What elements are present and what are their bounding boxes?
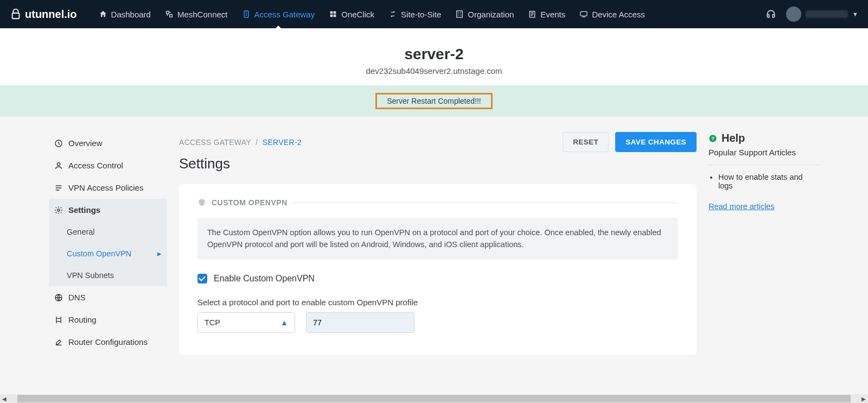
svg-rect-4: [330, 11, 333, 14]
oneclick-icon: [329, 10, 337, 18]
svg-rect-1: [167, 11, 169, 14]
nav-right: ▼: [765, 7, 858, 22]
info-box: The Custom OpenVPN option allows you to …: [197, 218, 678, 260]
breadcrumb: ACCESS GATEWAY / SERVER-2: [179, 138, 302, 147]
nav-dashboard[interactable]: Dashboard: [99, 0, 151, 28]
user-name: [806, 10, 848, 18]
router-icon: [54, 338, 63, 347]
nav-device-access[interactable]: Device Access: [579, 0, 645, 28]
sidebar-sub-custom-openvpn[interactable]: Custom OpenVPN ▸: [50, 243, 167, 265]
svg-rect-8: [457, 11, 463, 17]
help-article[interactable]: How to enable stats and logs: [718, 173, 819, 190]
page-header: server-2 dev232sub4049server2.utnstage.c…: [0, 28, 868, 85]
svg-rect-7: [334, 15, 336, 17]
help-divider: [709, 165, 819, 165]
svg-rect-6: [330, 15, 333, 17]
chevron-up-icon: ▲: [280, 318, 288, 327]
page-title: Settings: [179, 155, 697, 172]
user-menu[interactable]: ▼: [786, 7, 858, 22]
home-icon: [99, 10, 107, 18]
sidebar-sub-general[interactable]: General: [50, 221, 167, 243]
routing-icon: [54, 316, 63, 324]
settings-card: CUSTOM OPENVPN The Custom OpenVPN option…: [179, 184, 697, 355]
overview-icon: [54, 139, 63, 148]
brand-text: utunnel.io: [25, 8, 77, 21]
nav-organization[interactable]: Organization: [455, 0, 514, 28]
nav-access-gateway[interactable]: Access Gateway: [242, 0, 315, 28]
svg-rect-0: [12, 13, 20, 18]
read-more-link[interactable]: Read more articles: [709, 202, 775, 211]
events-icon: [528, 10, 537, 18]
support-icon[interactable]: [765, 9, 776, 20]
alert-message: Server Restart Completed!!!: [375, 93, 493, 109]
gear-icon: [54, 206, 63, 215]
sidebar: Overview Access Control VPN Access Polic…: [49, 132, 167, 355]
enable-custom-openvpn-checkbox[interactable]: [197, 274, 207, 284]
svg-point-13: [58, 209, 60, 211]
top-nav: utunnel.io Dashboard MeshConnect Access …: [0, 0, 868, 28]
svg-rect-10: [580, 11, 587, 16]
sidebar-item-routing[interactable]: Routing: [49, 308, 167, 331]
save-button[interactable]: SAVE CHANGES: [615, 132, 697, 152]
settings-submenu: General Custom OpenVPN ▸ VPN Subnets: [49, 221, 167, 286]
sidebar-item-settings[interactable]: Settings: [49, 199, 167, 221]
policies-icon: [54, 184, 63, 192]
checkbox-label: Enable Custom OpenVPN: [214, 274, 315, 284]
shield-icon: [197, 198, 206, 207]
protocol-port-label: Select a protocol and port to enable cus…: [197, 298, 678, 307]
gateway-icon: [242, 10, 251, 18]
nav-events[interactable]: Events: [528, 0, 565, 28]
help-panel: ? Help Popular Support Articles How to e…: [709, 132, 819, 355]
logo-icon: [10, 8, 22, 20]
nav-oneclick[interactable]: OneClick: [329, 0, 374, 28]
svg-text:?: ?: [711, 136, 714, 141]
protocol-select[interactable]: TCP ▲: [197, 312, 295, 333]
main: ACCESS GATEWAY / SERVER-2 RESET SAVE CHA…: [179, 132, 697, 355]
sidebar-sub-vpn-subnets[interactable]: VPN Subnets: [50, 265, 167, 286]
device-icon: [579, 10, 588, 18]
server-subtitle: dev232sub4049server2.utnstage.com: [0, 66, 868, 75]
svg-rect-2: [170, 15, 173, 17]
logo[interactable]: utunnel.io: [10, 8, 77, 21]
alert-bar: Server Restart Completed!!!: [0, 85, 868, 117]
help-articles: How to enable stats and logs: [709, 173, 819, 190]
sidebar-item-access-control[interactable]: Access Control: [49, 154, 167, 177]
section-title: CUSTOM OPENVPN: [212, 198, 288, 207]
chevron-down-icon: ▼: [852, 11, 858, 17]
sidebar-item-overview[interactable]: Overview: [49, 132, 167, 154]
help-subtitle: Popular Support Articles: [709, 148, 819, 157]
help-icon: ?: [709, 134, 717, 143]
sidebar-item-dns[interactable]: DNS: [49, 286, 167, 308]
reset-button[interactable]: RESET: [563, 132, 609, 152]
svg-point-12: [57, 162, 60, 165]
help-title: ? Help: [709, 132, 819, 144]
protocol-value: TCP: [205, 318, 220, 327]
port-input[interactable]: [306, 312, 414, 333]
s2s-icon: [388, 10, 397, 18]
breadcrumb-root[interactable]: ACCESS GATEWAY: [179, 138, 251, 147]
chevron-right-icon: ▸: [157, 249, 162, 258]
access-icon: [54, 161, 63, 170]
nav-meshconnect[interactable]: MeshConnect: [165, 0, 228, 28]
sidebar-item-router-config[interactable]: Router Configurations: [49, 331, 167, 353]
server-title: server-2: [0, 46, 868, 63]
avatar: [786, 7, 801, 22]
mesh-icon: [165, 10, 174, 18]
svg-rect-5: [334, 11, 336, 14]
breadcrumb-current[interactable]: SERVER-2: [263, 138, 302, 147]
dns-icon: [54, 293, 63, 302]
sidebar-item-vpn-policies[interactable]: VPN Access Policies: [49, 177, 167, 199]
nav-items: Dashboard MeshConnect Access Gateway One…: [99, 0, 766, 28]
org-icon: [455, 10, 464, 18]
section-divider: [293, 203, 678, 203]
nav-site-to-site[interactable]: Site-to-Site: [388, 0, 441, 28]
